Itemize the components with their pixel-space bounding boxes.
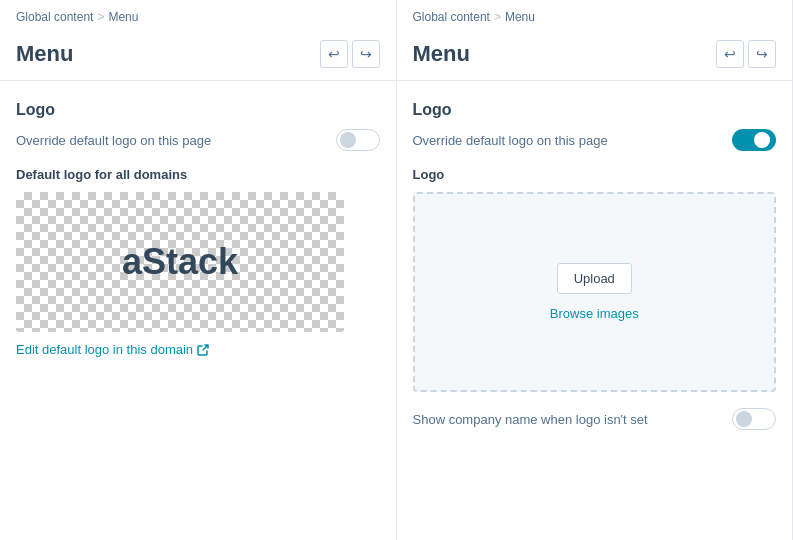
right-show-company-field: Show company name when logo isn't set	[413, 408, 777, 430]
left-edit-logo-label: Edit default logo in this domain	[16, 342, 193, 357]
toggle-check-icon: ✓	[763, 135, 772, 146]
left-panel-header: Menu ↩ ↪	[0, 32, 396, 81]
right-logo-section-label: Logo	[413, 101, 777, 119]
left-panel: Global content > Menu Menu ↩ ↪ Logo Over…	[0, 0, 397, 540]
left-logo-text: aStack	[122, 241, 238, 283]
left-edit-logo-link[interactable]: Edit default logo in this domain	[16, 342, 380, 357]
right-panel-title: Menu	[413, 41, 470, 67]
browse-images-link[interactable]: Browse images	[550, 306, 639, 321]
breadcrumb-root-left[interactable]: Global content	[16, 10, 93, 24]
right-upload-area[interactable]: Upload Browse images	[413, 192, 777, 392]
right-breadcrumb: Global content > Menu	[397, 0, 793, 32]
right-panel: Global content > Menu Menu ↩ ↪ Logo Over…	[397, 0, 794, 540]
left-toggle-knob	[340, 132, 356, 148]
breadcrumb-root-right[interactable]: Global content	[413, 10, 490, 24]
right-show-company-label: Show company name when logo isn't set	[413, 412, 648, 427]
right-redo-button[interactable]: ↪	[748, 40, 776, 68]
left-logo-section-label: Logo	[16, 101, 380, 119]
left-override-label: Override default logo on this page	[16, 133, 211, 148]
left-panel-title: Menu	[16, 41, 73, 67]
breadcrumb-sep-left: >	[97, 10, 104, 24]
right-override-field: Override default logo on this page ✓	[413, 129, 777, 151]
left-logo-preview: aStack	[16, 192, 344, 332]
left-override-field: Override default logo on this page	[16, 129, 380, 151]
left-header-actions: ↩ ↪	[320, 40, 380, 68]
breadcrumb-current-right: Menu	[505, 10, 535, 24]
breadcrumb-sep-right: >	[494, 10, 501, 24]
left-breadcrumb: Global content > Menu	[0, 0, 396, 32]
browse-images-label: Browse images	[550, 306, 639, 321]
right-show-company-toggle[interactable]	[732, 408, 776, 430]
left-panel-content: Logo Override default logo on this page …	[0, 81, 396, 540]
right-panel-content: Logo Override default logo on this page …	[397, 81, 793, 540]
right-override-toggle[interactable]: ✓	[732, 129, 776, 151]
right-logo-subsection-label: Logo	[413, 167, 777, 182]
left-default-logo-label: Default logo for all domains	[16, 167, 380, 182]
external-link-icon	[197, 344, 209, 356]
left-redo-button[interactable]: ↪	[352, 40, 380, 68]
left-override-toggle[interactable]	[336, 129, 380, 151]
right-header-actions: ↩ ↪	[716, 40, 776, 68]
upload-button[interactable]: Upload	[557, 263, 632, 294]
right-show-company-knob	[736, 411, 752, 427]
right-undo-button[interactable]: ↩	[716, 40, 744, 68]
upload-button-label: Upload	[574, 271, 615, 286]
breadcrumb-current-left: Menu	[108, 10, 138, 24]
left-undo-button[interactable]: ↩	[320, 40, 348, 68]
right-panel-header: Menu ↩ ↪	[397, 32, 793, 81]
right-override-label: Override default logo on this page	[413, 133, 608, 148]
